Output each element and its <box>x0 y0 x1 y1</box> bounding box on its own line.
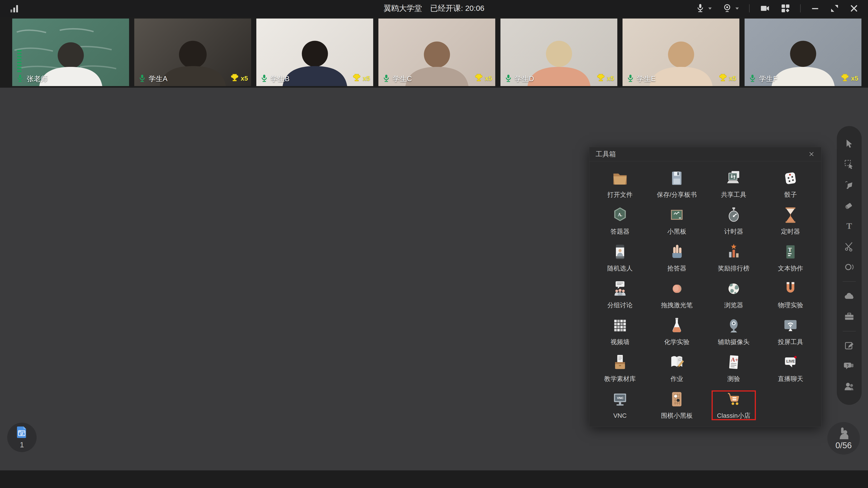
toolbox-title: 工具箱 <box>596 150 616 159</box>
tool-dice[interactable]: 骰子 <box>762 166 819 203</box>
video-tile-student-b[interactable]: 学生B x5 <box>256 19 373 86</box>
tool-label: 随机选人 <box>608 264 633 273</box>
store-cart-icon <box>725 390 743 408</box>
board-pages-button[interactable]: 1 <box>7 423 37 452</box>
tool-save-share-board[interactable]: 保存/分享板书 <box>649 166 706 203</box>
select-tool[interactable] <box>843 158 855 170</box>
video-tile-student-c[interactable]: 学生C x5 <box>378 19 495 86</box>
mic-dropdown-caret[interactable] <box>708 6 712 11</box>
shapes-tool[interactable] <box>843 261 855 273</box>
layout-grid-button[interactable] <box>780 3 791 13</box>
laser-pointer-icon <box>668 280 686 297</box>
text-tool[interactable]: T <box>843 220 855 232</box>
tool-classin-store[interactable]: Classin小店 <box>705 387 762 424</box>
hand-raise-button[interactable]: 0/56 <box>827 422 860 455</box>
page-count: 1 <box>20 441 24 449</box>
tool-share-tools[interactable]: 共享工具 <box>705 166 762 203</box>
brush-tool[interactable] <box>843 179 855 191</box>
tool-homework[interactable]: 作业 <box>649 350 706 387</box>
tool-reward-leaderboard[interactable]: 奖励排行榜 <box>705 239 762 276</box>
trophy-icon <box>230 73 239 84</box>
tool-screen-cast[interactable]: 投屏工具 <box>762 313 819 350</box>
tool-random-picker[interactable]: 随机选人 <box>592 239 649 276</box>
close-button[interactable] <box>849 3 859 13</box>
tool-quiz[interactable]: A+ 测验 <box>705 350 762 387</box>
participant-name: 张老师 <box>27 74 48 84</box>
tool-label: 浏览器 <box>724 301 743 310</box>
tool-video-wall[interactable]: 视频墙 <box>592 313 649 350</box>
tool-chemistry-lab[interactable]: 化学实验 <box>649 313 706 350</box>
toolbox-close-button[interactable] <box>808 151 815 158</box>
tool-go-board[interactable]: 围棋小黑板 <box>649 387 706 424</box>
trophy-badge: x5 <box>718 73 736 84</box>
scissors-tool[interactable] <box>843 240 855 253</box>
tool-label: 计时器 <box>724 227 743 236</box>
video-tile-student-a[interactable]: 学生A x5 <box>134 19 251 86</box>
cursor-tool[interactable] <box>843 138 855 150</box>
tool-browser[interactable]: 浏览器 <box>705 276 762 313</box>
members-tool[interactable] <box>843 381 855 393</box>
tool-physics-lab[interactable]: 物理实验 <box>762 276 819 313</box>
trophy-count: x5 <box>363 75 370 82</box>
edit-board-tool[interactable] <box>843 340 855 352</box>
trophy-icon <box>596 73 605 84</box>
participant-name: 学生D <box>515 74 534 84</box>
tool-group-discussion[interactable]: 分组讨论 <box>592 276 649 313</box>
tool-drag-laser-pointer[interactable]: 拖拽激光笔 <box>649 276 706 313</box>
hourglass-icon <box>782 206 799 224</box>
camera-dropdown-caret[interactable] <box>735 6 740 11</box>
mic-icon <box>382 74 391 84</box>
tool-buzzer[interactable]: 抢答器 <box>649 239 706 276</box>
toolbox-tool[interactable] <box>843 311 855 323</box>
tool-vnc[interactable]: VNC VNC <box>592 387 649 424</box>
homework-book-icon <box>668 354 686 371</box>
mic-icon <box>16 74 24 84</box>
svg-text:T: T <box>846 221 852 231</box>
minimize-button[interactable] <box>810 3 820 13</box>
tool-answer-clicker[interactable]: A. 答题器 <box>592 203 649 239</box>
video-tile-student-f[interactable]: 学生F x5 <box>745 19 862 86</box>
tool-stopwatch[interactable]: 计时器 <box>705 203 762 239</box>
video-camera-button[interactable] <box>759 3 771 13</box>
tool-countdown-timer[interactable]: 定时器 <box>762 203 819 239</box>
tool-teaching-material-library[interactable]: 教学素材库 <box>592 350 649 387</box>
tool-text-collaboration[interactable]: T 文本协作 <box>762 239 819 276</box>
tool-label: 直播聊天 <box>778 375 803 383</box>
participant-name: 学生C <box>393 74 412 84</box>
volume-indicator <box>17 50 22 72</box>
tool-mini-blackboard[interactable]: 小黑板 <box>649 203 706 239</box>
video-wall-icon <box>611 317 629 334</box>
camera-control[interactable] <box>722 3 740 14</box>
aux-camera-icon <box>725 317 743 334</box>
maximize-button[interactable] <box>830 3 839 13</box>
network-signal-icon[interactable] <box>8 2 21 14</box>
video-tile-student-e[interactable]: 学生E x5 <box>622 19 739 86</box>
tool-label: Classin小店 <box>717 412 750 420</box>
cloud-disk-tool[interactable] <box>843 290 855 302</box>
question-answer-tool[interactable]: ? <box>843 360 855 372</box>
svg-text:T: T <box>788 247 792 253</box>
mic-icon <box>504 74 513 84</box>
tool-aux-camera[interactable]: 辅助摄像头 <box>705 313 762 350</box>
tool-live-chat[interactable]: LIVE 直播聊天 <box>762 350 819 387</box>
class-status: 已经开课: 20:06 <box>430 3 485 13</box>
tool-label: 化学实验 <box>664 338 689 346</box>
eraser-tool[interactable] <box>843 199 855 212</box>
drawing-toolbar: T ? <box>837 126 862 405</box>
text-collab-icon: T <box>782 243 799 261</box>
trophy-badge: x5 <box>840 73 858 84</box>
tool-label: 作业 <box>671 375 683 383</box>
tool-label: 抢答器 <box>667 264 686 273</box>
flask-icon <box>668 317 686 334</box>
video-tile-teacher[interactable]: 张老师 <box>12 19 129 86</box>
tool-label: 小黑板 <box>667 227 686 236</box>
svg-text:VNC: VNC <box>617 396 623 400</box>
trophy-badge: x5 <box>596 73 614 84</box>
tool-open-file[interactable]: 打开文件 <box>592 166 649 203</box>
mic-icon <box>260 74 269 84</box>
mic-control[interactable] <box>695 3 712 14</box>
video-tile-student-d[interactable]: 学生D x5 <box>500 19 617 86</box>
mic-icon <box>695 3 705 14</box>
webcam-icon <box>722 3 733 14</box>
share-tools-icon <box>725 169 743 187</box>
